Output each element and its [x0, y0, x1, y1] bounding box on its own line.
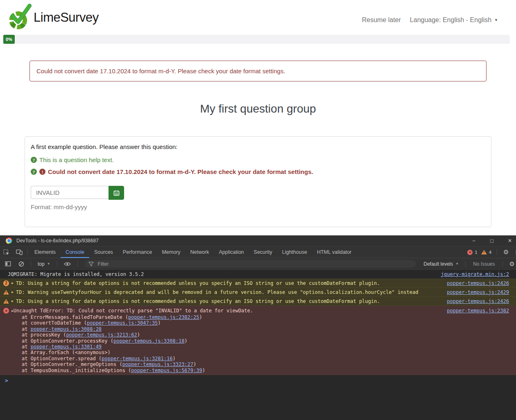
stack-line: at popper-tempus.js:3301:49 — [22, 344, 509, 350]
expand-arrow-icon[interactable]: ▶ — [11, 299, 14, 303]
stack-source-link[interactable]: popper-tempus.js:3281:16 — [102, 356, 172, 361]
console-settings-gear-icon[interactable]: ⚙ — [507, 260, 516, 268]
tab-memory[interactable]: Memory — [157, 246, 185, 258]
stack-text: ) — [193, 361, 196, 367]
stack-source-link[interactable]: popper-tempus.js:3213:62 — [66, 332, 137, 338]
question-card: A first example question. Please answer … — [25, 136, 491, 227]
tab-sources[interactable]: Sources — [89, 246, 118, 258]
stack-text: at OptionConverter.processKey ( — [22, 338, 113, 344]
divider — [502, 261, 503, 267]
source-link[interactable]: popper-tempus.js:2426 — [441, 280, 509, 286]
expand-arrow-icon[interactable]: ▶ — [11, 290, 14, 294]
stack-text: at Array.forEach (<anonymous>) — [22, 350, 111, 355]
tab-application[interactable]: Application — [214, 246, 249, 258]
warning-count: 4 — [489, 250, 491, 255]
maximize-button[interactable]: □ — [489, 238, 495, 244]
tab-security[interactable]: Security — [249, 246, 277, 258]
stack-source-link[interactable]: popper-tempus.js:5679:39 — [131, 368, 202, 373]
source-link[interactable]: popper-tempus.js:2382 — [441, 308, 509, 314]
filter-input[interactable] — [97, 261, 412, 267]
stack-text: ) — [202, 368, 205, 373]
console-info-row: JQMIGRATE: Migrate is installed, version… — [0, 270, 516, 279]
question-error-line: ? ! Could not convert date 17.10.2024 to… — [31, 168, 485, 175]
stack-text: ) — [199, 314, 202, 320]
error-x-icon: ✕ — [3, 308, 9, 314]
chevron-down-icon: ▼ — [47, 262, 50, 266]
stack-source-link[interactable]: popper-tempus.js:3323:27 — [122, 361, 193, 367]
close-button[interactable]: ✕ — [507, 238, 513, 244]
tab-lighthouse[interactable]: Lighthouse — [277, 246, 312, 258]
js-context-selector[interactable]: top ▼ — [35, 261, 53, 267]
date-input[interactable] — [31, 186, 109, 199]
console-info-text: JQMIGRATE: Migrate is installed, version… — [8, 271, 144, 277]
js-context-label: top — [38, 261, 45, 267]
source-link[interactable]: jquery-migrate.min.js:2 — [435, 271, 509, 277]
tab-performance[interactable]: Performance — [118, 246, 157, 258]
source-link[interactable]: popper-tempus.js:2426 — [441, 298, 509, 304]
exclamation-icon: ! — [39, 169, 45, 175]
tab-console[interactable]: Console — [61, 246, 89, 258]
log-levels-dropdown[interactable]: Default levels ▼ — [421, 261, 461, 267]
tab-network[interactable]: Network — [186, 246, 214, 258]
live-expression-eye-icon[interactable] — [61, 262, 73, 266]
divider — [57, 261, 57, 267]
console-warning-text: TD: Warning useTwentyfourHour is depreca… — [16, 289, 419, 295]
error-count-icon: ✕ — [467, 250, 473, 255]
stack-source-link[interactable]: popper-tempus.js:2382:25 — [128, 314, 199, 320]
stack-source-link[interactable]: popper-tempus.js:3088:28 — [31, 326, 102, 332]
console-error-text: Uncaught TdError: TD: Could not correctl… — [14, 308, 253, 314]
stack-text: ) — [137, 332, 140, 338]
source-link[interactable]: popper-tempus.js:2429 — [441, 289, 509, 295]
stack-source-link[interactable]: popper-tempus.js:3301:49 — [31, 344, 102, 350]
stack-text: at OptionConverter.spread ( — [22, 356, 102, 361]
console-output: JQMIGRATE: Migrate is installed, version… — [0, 270, 516, 386]
tab-elements[interactable]: Elements — [29, 246, 61, 258]
question-group-title: My first question group — [0, 102, 516, 115]
tab-html-validator[interactable]: HTML validator — [312, 246, 356, 258]
question-help-text: This is a question help text. — [39, 156, 114, 163]
expand-arrow-icon[interactable]: ▶ — [11, 309, 14, 313]
console-sidebar-toggle-icon[interactable] — [2, 261, 14, 266]
repeat-count-badge: 2 — [3, 280, 9, 286]
console-warning-text: TD: Using a string for date options is n… — [16, 280, 380, 286]
devtools-titlebar: DevTools - ls-ce-6x/index.php/938687 – □… — [0, 235, 516, 246]
clear-console-icon[interactable] — [16, 261, 27, 267]
console-prompt[interactable]: > — [0, 375, 516, 386]
inspect-element-icon[interactable] — [0, 246, 13, 258]
settings-gear-icon[interactable]: ⚙ — [501, 248, 511, 256]
date-format-hint: Format: mm-dd-yyyy — [31, 203, 485, 210]
question-help-line: ? This is a question help text. — [31, 156, 485, 163]
limesurvey-logo: LimeSurvey — [7, 3, 99, 32]
stack-line: at OptionConverter.processKey (popper-te… — [22, 338, 509, 344]
question-mark-icon: ? — [31, 157, 37, 163]
stack-source-link[interactable]: popper-tempus.js:3308:18 — [113, 338, 184, 344]
prompt-chevron-icon: > — [5, 377, 8, 384]
progress-bar: 0% — [3, 35, 510, 44]
calendar-button[interactable] — [109, 186, 124, 200]
brand-wordmark: LimeSurvey — [34, 10, 99, 25]
stack-line: at Array.forEach (<anonymous>) — [22, 350, 509, 355]
expand-arrow-icon[interactable]: ▶ — [11, 281, 14, 285]
language-dropdown[interactable]: Language: English - English ▼ — [410, 16, 498, 24]
kebab-menu-icon[interactable]: ⋮ — [514, 249, 516, 255]
divider — [77, 261, 78, 267]
stack-line: at ErrorMessages.failedToParseDate (popp… — [22, 314, 509, 320]
console-error-row: ✕ ▶ Uncaught TdError: TD: Could not corr… — [0, 306, 516, 375]
stack-text: at processKey ( — [22, 332, 66, 338]
warning-triangle-icon — [3, 290, 9, 295]
stack-text: ) — [158, 320, 161, 326]
stack-line: at TempusDominus._initializeOptions (pop… — [22, 368, 509, 373]
screen: LimeSurvey Resume later Language: Englis… — [0, 0, 516, 420]
device-toolbar-icon[interactable] — [13, 246, 26, 258]
survey-top-nav: Resume later Language: English - English… — [362, 16, 498, 24]
issues-counter[interactable]: No Issues — [470, 261, 498, 267]
progress-percent-badge: 0% — [3, 35, 15, 44]
stack-source-link[interactable]: popper-tempus.js:3047:35 — [87, 320, 158, 326]
error-count: 1 — [475, 250, 477, 255]
minimize-button[interactable]: – — [471, 238, 477, 244]
console-filter-box[interactable] — [84, 260, 416, 268]
devtools-window-title: DevTools - ls-ce-6x/index.php/938687 — [16, 238, 99, 244]
language-label: Language: English - English — [410, 16, 491, 24]
resume-later-link[interactable]: Resume later — [362, 16, 401, 24]
log-levels-label: Default levels — [423, 261, 453, 267]
